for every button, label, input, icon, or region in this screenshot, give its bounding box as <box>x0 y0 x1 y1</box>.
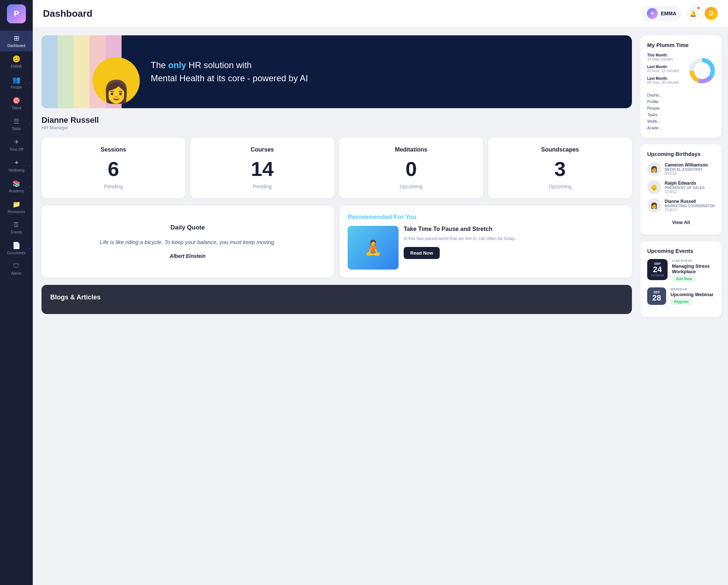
plumm-menu-item[interactable]: Profile <box>647 98 715 105</box>
quote-title: Daily Quote <box>170 224 205 231</box>
plumm-stat-0: This Month: 14 total minutes <box>647 53 685 61</box>
stat-label: Last Month: <box>647 76 685 81</box>
stat-card-meditations[interactable]: Meditations 0 Upcoming <box>339 138 483 198</box>
tasks-icon: ☰ <box>13 117 19 125</box>
academy-icon: 📚 <box>12 180 20 188</box>
register-event-button[interactable]: Register <box>670 298 692 305</box>
chevron-right-icon: › <box>29 122 30 126</box>
birthday-avatar: 👩 <box>647 162 661 176</box>
stat-sub: Pending <box>198 184 327 189</box>
sidebar-item-label: Dashboard <box>8 44 25 48</box>
birthday-info: Dianne Russell Marketing Coordinator 7/1… <box>665 199 715 212</box>
stat-sub: Upcoming <box>495 184 625 189</box>
page-title: Dashboard <box>43 8 92 19</box>
hero-highlight: only <box>168 60 186 70</box>
header-right: ✦ EMMA 🔔 D <box>642 6 718 21</box>
recommended-card: Recommended For You 🧘 Take Time To Pause… <box>340 205 632 278</box>
event-name: Upcoming Webinar <box>670 292 715 297</box>
birthday-item: 👴 Ralph Edwards President of Sales 1/15/… <box>647 180 715 194</box>
sidebar-item-time-off[interactable]: ✈ Time Off <box>0 134 33 155</box>
main-area: Dashboard ✦ EMMA 🔔 D <box>33 0 728 585</box>
plumm-menu-item[interactable]: People <box>647 105 715 111</box>
birthday-date: 7/18/17 <box>665 208 715 212</box>
left-panel: 👩 The only HR solution with Mental Healt… <box>33 27 641 585</box>
birthday-item: 👩 Cameron Williamson Medical Assistant 8… <box>647 162 715 176</box>
birthday-name: Ralph Edwards <box>665 181 715 186</box>
plumm-menu: Dashb... Profile People Tasks Wellb... A… <box>647 92 715 131</box>
stat-number: 6 <box>49 159 178 179</box>
sidebar-item-label: Talent <box>12 106 21 110</box>
stat-value: 09 hour, 35 minutes <box>647 81 685 85</box>
birthday-avatar: 👴 <box>647 180 661 194</box>
notifications-button[interactable]: 🔔 <box>687 7 700 20</box>
stat-sub: Upcoming <box>347 184 476 189</box>
color-bar-2 <box>58 35 74 108</box>
birthday-date: 8/21/15 <box>665 172 715 176</box>
chevron-right-icon: › <box>29 185 30 188</box>
sidebar-item-documents[interactable]: 📄 Documents › <box>0 238 33 259</box>
people-icon: 👥 <box>12 76 20 84</box>
sidebar: P ⊞ Dashboard 😊 EMMA 👥 People › 🎯 Talent… <box>0 0 33 585</box>
sidebar-item-talent[interactable]: 🎯 Talent <box>0 93 33 114</box>
resources-icon: 📁 <box>12 200 20 208</box>
sidebar-item-academy[interactable]: 📚 Academy › <box>0 176 33 197</box>
sidebar-item-dashboard[interactable]: ⊞ Dashboard <box>0 31 33 51</box>
talent-icon: 🎯 <box>12 97 20 105</box>
read-now-button[interactable]: Read Now <box>404 247 440 259</box>
stat-number: 14 <box>198 159 327 179</box>
plumm-menu-item[interactable]: Wellb... <box>647 118 715 125</box>
plumm-menu-item[interactable]: Dashb... <box>647 92 715 98</box>
event-badge: LIVE EVENT <box>672 259 715 263</box>
sidebar-item-admin[interactable]: 🛡 Admin <box>0 259 33 279</box>
plumm-stat-2: Last Month: 09 hour, 35 minutes <box>647 76 685 85</box>
join-event-button[interactable]: Join Now <box>672 275 695 282</box>
birthday-avatar: 👩 <box>647 199 661 212</box>
birthday-role: Marketing Coordinator <box>665 204 715 208</box>
sidebar-item-label: Resources <box>8 210 25 214</box>
sidebar-item-wellbeing[interactable]: ✦ Wellbeing › <box>0 155 33 176</box>
sidebar-item-emma[interactable]: 😊 EMMA <box>0 51 33 72</box>
hero-subline: Mental Health at its core - powered by A… <box>151 72 308 85</box>
event-item: SEP 28 WEBINAR Upcoming Webinar Register <box>647 287 715 305</box>
birthday-info: Cameron Williamson Medical Assistant 8/2… <box>665 162 715 176</box>
event-item: SEP 24 10:00AM LIVE EVENT Managing Stres… <box>647 259 715 282</box>
hero-avatar-image: 👩 <box>92 57 140 105</box>
rec-image: 🧘 <box>348 226 399 270</box>
stat-label: Courses <box>198 146 327 153</box>
recommended-inner: 🧘 Take Time To Pause and Stretch In this… <box>348 226 624 270</box>
sidebar-item-resources[interactable]: 📁 Resources <box>0 197 33 217</box>
sidebar-item-label: EMMA <box>11 64 22 68</box>
sidebar-item-label: Tasks <box>12 127 21 131</box>
chevron-right-icon: › <box>29 81 30 84</box>
rec-name: Take Time To Pause and Stretch <box>404 226 624 232</box>
plumm-emma-button[interactable]: ✦ EMMA <box>642 6 681 21</box>
sidebar-item-events[interactable]: 🗓 Events <box>0 217 33 238</box>
dashboard-icon: ⊞ <box>14 34 19 42</box>
view-all-button[interactable]: View All <box>647 217 715 228</box>
events-icon: 🗓 <box>13 221 20 229</box>
sidebar-item-tasks[interactable]: ☰ Tasks › <box>0 114 33 134</box>
rec-content: Take Time To Pause and Stretch In this f… <box>404 226 624 259</box>
birthday-date: 1/15/12 <box>665 190 715 194</box>
blogs-title: Blogs & Articles <box>50 294 623 301</box>
plumm-stats: This Month: 14 total minutes Last Month:… <box>647 53 685 88</box>
sidebar-item-people[interactable]: 👥 People › <box>0 72 33 93</box>
time-off-icon: ✈ <box>14 138 19 146</box>
sidebar-item-label: Documents <box>7 251 26 255</box>
plumm-icon: ✦ <box>647 8 658 19</box>
user-avatar[interactable]: D <box>705 7 718 20</box>
stat-card-courses[interactable]: Courses 14 Pending <box>190 138 334 198</box>
chevron-right-icon: › <box>29 164 30 167</box>
bell-icon: 🔔 <box>689 10 697 17</box>
emma-icon: 😊 <box>12 55 20 63</box>
stat-card-soundscapes[interactable]: Soundscapes 3 Upcoming <box>488 138 632 198</box>
birthday-info: Ralph Edwards President of Sales 1/15/12 <box>665 181 715 194</box>
stat-label: Last Month: <box>647 65 685 69</box>
hero-text: The only HR solution with Mental Health … <box>151 59 308 85</box>
stat-card-sessions[interactable]: Sessions 6 Pending <box>41 138 185 198</box>
quote-author: Albert Einstein <box>170 253 206 259</box>
sidebar-item-label: Academy <box>9 189 24 193</box>
plumm-menu-item[interactable]: Acade... <box>647 125 715 131</box>
event-date-box: SEP 28 <box>647 287 666 305</box>
plumm-menu-item[interactable]: Tasks <box>647 111 715 118</box>
